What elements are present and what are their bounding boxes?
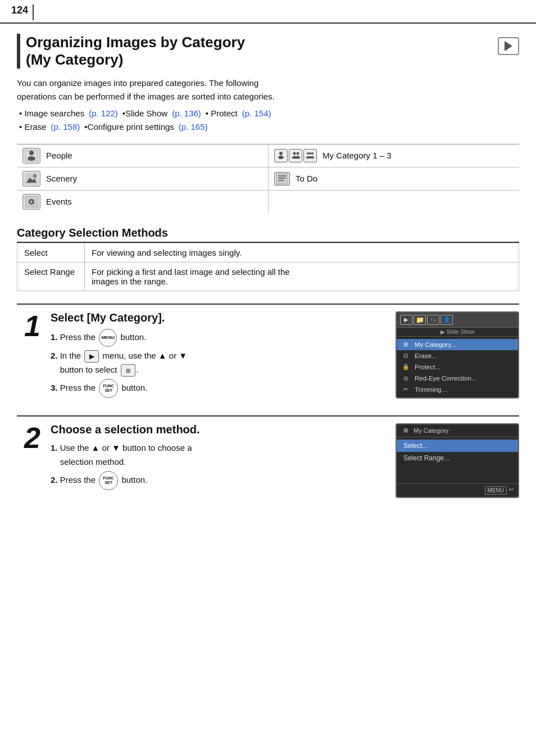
- desc-line1: You can organize images into prepared ca…: [17, 76, 519, 89]
- cam-icon-play: ▶: [400, 315, 412, 325]
- cam-slideshow-label: ▶ Slide Show: [397, 328, 518, 337]
- cam-erase-icon: ⊡: [401, 352, 410, 360]
- step2-container: 2 Choose a selection method. 1. Use the …: [17, 415, 519, 505]
- step2-number: 2: [17, 423, 40, 498]
- func-set-button-1: FUNCSET: [99, 379, 118, 398]
- my-cat-icons: [274, 149, 317, 162]
- play-menu-icon: ▶: [84, 350, 99, 363]
- cat-mycategory: My Category 1 – 3: [268, 144, 519, 168]
- play-icon-box: [498, 37, 519, 55]
- mycat-icon-3: [303, 149, 317, 162]
- bullet-list: • Image searches (p. 122) •Slide Show (p…: [17, 107, 519, 134]
- method-desc-select: For viewing and selecting images singly.: [85, 243, 519, 262]
- mycat-icon-1: [274, 149, 288, 162]
- cam-item-mycategory: ⊞ My Category...: [397, 339, 518, 350]
- cat-people: People: [17, 144, 268, 168]
- cam-icon-folder: 📁: [414, 315, 426, 325]
- scenery-label: Scenery: [46, 174, 77, 183]
- cam-trimming-icon: ✂: [401, 386, 410, 393]
- svg-point-11: [309, 152, 311, 155]
- page-container: 124 Organizing Images by Category (My Ca…: [0, 0, 536, 756]
- step1-inst2: 2. In the ▶ menu, use the ▲ or ▼ button …: [51, 348, 385, 377]
- categories-grid: People: [17, 144, 519, 213]
- cam2-menu-label: MENU: [485, 486, 507, 495]
- svg-point-3: [279, 152, 283, 155]
- todo-icon: [274, 172, 290, 185]
- page-number: 124: [11, 4, 28, 16]
- camera-ui-2: ⊞ My Category Select... Select Range... …: [396, 423, 519, 498]
- step2-content: Choose a selection method. 1. Use the ▲ …: [51, 423, 385, 498]
- cam2-item-select: Select...: [397, 440, 518, 452]
- method-name-range: Select Range: [17, 262, 85, 291]
- step1-instructions: 1. Press the MENU button. 2. In the ▶ me…: [51, 329, 385, 398]
- step1-inst1: 1. Press the MENU button.: [51, 329, 385, 347]
- step2-title: Choose a selection method.: [51, 423, 385, 436]
- cam-icon-sort: ↑↓: [427, 315, 439, 325]
- cam-top-bar: ▶ 📁 ↑↓ 👤: [397, 313, 518, 328]
- bullet1-suffix: • Protect: [206, 107, 238, 120]
- cat-events: Events: [17, 191, 268, 213]
- mycategory-select-icon: ⊞: [121, 364, 135, 377]
- mycat-icon-2: [289, 149, 302, 162]
- cam2-return-icon: ↩: [509, 486, 514, 495]
- cam-menu-items: ⊞ My Category... ⊡ Erase... 🔒 Protect...: [397, 337, 518, 397]
- svg-point-1: [28, 156, 35, 161]
- bullet1-link2: (p. 136): [172, 107, 201, 120]
- cam-item-erase: ⊡ Erase...: [397, 350, 518, 361]
- todo-label: To Do: [296, 174, 317, 183]
- play-icon: [505, 41, 512, 51]
- page-number-bar: 124: [0, 0, 536, 24]
- step1-content: Select [My Category]. 1. Press the MENU …: [51, 311, 385, 400]
- people-icon: [22, 148, 40, 164]
- step2-inst1: 1. Use the ▲ or ▼ button to choose a sel…: [51, 441, 385, 469]
- bullet1-mid: •Slide Show: [122, 107, 167, 120]
- camera-ui-1: ▶ 📁 ↑↓ 👤 ▶ Slide Show ⊞ My Category... ⊡: [396, 311, 519, 399]
- cam2-items: Select... Select Range...: [397, 437, 518, 483]
- bullet1-link1: (p. 122): [89, 107, 118, 120]
- svg-point-17: [33, 174, 37, 178]
- methods-table: Select For viewing and selecting images …: [17, 243, 519, 291]
- step2-instructions: 1. Use the ▲ or ▼ button to choose a sel…: [51, 441, 385, 490]
- bullet2-mid: •Configure print settings: [84, 121, 174, 134]
- method-desc-range: For picking a first and last image and s…: [85, 262, 519, 291]
- bullet1-link3: (p. 154): [242, 107, 271, 120]
- cam-trimming-text: Trimming…: [415, 386, 448, 393]
- step1-number: 1: [17, 311, 40, 400]
- cam-protect-icon: 🔒: [401, 363, 410, 371]
- svg-point-4: [278, 156, 284, 159]
- cam-redeye-text: Red-Eye Correction...: [415, 375, 477, 382]
- cam-item-redeye: ◎ Red-Eye Correction...: [397, 373, 518, 384]
- svg-point-9: [307, 152, 309, 155]
- step1-title: Select [My Category].: [51, 311, 385, 324]
- bullet-row-2: • Erase (p. 158) •Configure print settin…: [19, 121, 519, 134]
- cam-erase-text: Erase...: [415, 352, 437, 359]
- people-label: People: [46, 151, 72, 160]
- method-name-select: Select: [17, 243, 85, 262]
- cat-todo: To Do: [268, 168, 519, 191]
- svg-point-7: [297, 152, 299, 155]
- cam-mycategory-text: My Category...: [415, 341, 456, 348]
- section-title-methods: Category Selection Methods: [17, 227, 519, 243]
- title-section: Organizing Images by Category (My Catego…: [17, 34, 519, 69]
- svg-point-13: [311, 152, 314, 155]
- cam-item-trimming: ✂ Trimming…: [397, 384, 518, 395]
- cam2-header: ⊞ My Category: [397, 424, 518, 437]
- events-label: Events: [46, 197, 72, 206]
- svg-rect-18: [276, 173, 288, 184]
- mycategory-label: My Category 1 – 3: [322, 151, 392, 160]
- bullet2-prefix: • Erase: [19, 121, 47, 134]
- svg-point-8: [296, 156, 300, 159]
- svg-point-5: [293, 152, 296, 155]
- cam2-bottom-bar: MENU ↩: [397, 483, 518, 497]
- cam-icon-person: 👤: [440, 315, 453, 325]
- step2-inst2: 2. Press the FUNCSET button.: [51, 471, 385, 490]
- svg-point-0: [29, 151, 34, 155]
- scenery-icon: [22, 171, 40, 187]
- cam-redeye-icon: ◎: [401, 374, 410, 382]
- cam2-item-range: Select Range...: [397, 452, 518, 464]
- step1-container: 1 Select [My Category]. 1. Press the MEN…: [17, 304, 519, 406]
- vertical-divider: [33, 4, 34, 20]
- bullet1-prefix: • Image searches: [19, 107, 84, 120]
- svg-point-14: [311, 156, 314, 159]
- title-text: Organizing Images by Category (My Catego…: [26, 34, 245, 69]
